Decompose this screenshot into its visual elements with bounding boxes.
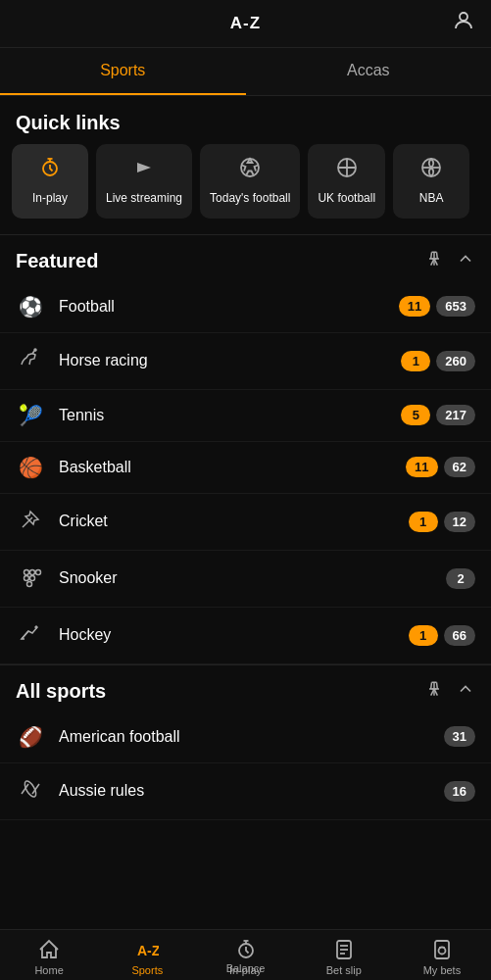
american-football-total-badge: 31 <box>444 726 475 747</box>
quick-link-todays-football-label: Today's football <box>210 191 290 207</box>
bet-slip-icon <box>332 938 356 961</box>
all-sports-pin-icon[interactable] <box>424 679 444 704</box>
hockey-icon <box>16 621 45 650</box>
football-icon: ⚽ <box>16 295 45 318</box>
all-sports-chevron-up-icon[interactable] <box>456 679 475 704</box>
az-icon: A-Z <box>135 938 159 961</box>
hockey-badges: 1 66 <box>409 625 475 646</box>
sport-item-american-football[interactable]: 🏈 American football 31 <box>0 711 491 763</box>
svg-point-7 <box>34 349 36 351</box>
football-live-badge: 11 <box>399 296 430 317</box>
nav-my-bets-label: My bets <box>423 964 462 976</box>
sport-item-hockey[interactable]: Hockey 1 66 <box>0 608 491 664</box>
sport-cricket-name: Cricket <box>59 513 409 530</box>
cricket-total-badge: 12 <box>444 512 475 532</box>
hockey-total-badge: 66 <box>444 625 475 646</box>
snooker-badges: 2 <box>446 568 475 589</box>
sport-hockey-name: Hockey <box>59 626 409 644</box>
sport-basketball-name: Basketball <box>59 459 406 476</box>
featured-actions <box>424 249 475 273</box>
tabs-bar: Sports Accas <box>0 48 491 96</box>
svg-point-9 <box>30 569 35 574</box>
sport-aussie-rules-name: Aussie rules <box>59 782 444 800</box>
tennis-live-badge: 5 <box>401 405 430 425</box>
tab-accas[interactable]: Accas <box>246 48 492 95</box>
sport-snooker-name: Snooker <box>59 569 446 587</box>
svg-point-2 <box>241 159 259 176</box>
nav-bet-slip-label: Bet slip <box>326 964 362 976</box>
cricket-badges: 1 12 <box>409 512 475 532</box>
todays-football-icon <box>238 156 262 185</box>
stopwatch-icon <box>38 156 62 185</box>
basketball-icon: 🏀 <box>16 456 45 479</box>
pin-icon[interactable] <box>424 249 444 273</box>
quick-link-todays-football[interactable]: Today's football <box>200 144 300 219</box>
svg-point-8 <box>25 569 29 574</box>
svg-point-10 <box>36 569 41 574</box>
nav-home[interactable]: Home <box>0 930 98 980</box>
sport-tennis-name: Tennis <box>59 407 401 424</box>
horse-racing-live-badge: 1 <box>401 351 430 371</box>
american-football-icon: 🏈 <box>16 725 45 749</box>
home-icon <box>37 938 61 961</box>
user-icon[interactable] <box>452 9 475 38</box>
sport-item-football[interactable]: ⚽ Football 11 653 <box>0 281 491 333</box>
basketball-badges: 11 62 <box>406 457 475 477</box>
quick-link-live-streaming[interactable]: Live streaming <box>96 144 192 219</box>
snooker-total-badge: 2 <box>446 568 475 589</box>
basketball-live-badge: 11 <box>406 457 437 477</box>
nav-sports[interactable]: A-Z Sports <box>98 930 196 980</box>
tab-sports[interactable]: Sports <box>0 48 246 95</box>
nba-icon <box>419 156 443 185</box>
horse-racing-badges: 1 260 <box>401 351 475 371</box>
quick-links-row: In-play Live streaming Tod <box>0 144 491 234</box>
nav-bet-slip[interactable]: Bet slip <box>295 930 393 980</box>
quick-link-nba[interactable]: NBA <box>393 144 469 219</box>
cricket-live-badge: 1 <box>409 512 438 532</box>
sport-item-horse-racing[interactable]: Horse racing 1 260 <box>0 333 491 390</box>
live-streaming-icon <box>132 156 156 185</box>
uk-football-icon <box>335 156 359 185</box>
tennis-total-badge: 217 <box>436 405 475 425</box>
my-bets-icon <box>430 938 454 961</box>
hockey-live-badge: 1 <box>409 625 438 646</box>
snooker-icon <box>16 564 45 593</box>
basketball-total-badge: 62 <box>444 457 475 477</box>
football-total-badge: 653 <box>436 296 475 317</box>
in-play-stopwatch-icon <box>234 938 258 961</box>
header: A-Z <box>0 0 491 48</box>
quick-link-uk-football-label: UK football <box>318 191 375 207</box>
horse-racing-total-badge: 260 <box>436 351 475 371</box>
header-title: A-Z <box>230 14 261 33</box>
aussie-rules-total-badge: 16 <box>444 781 475 802</box>
svg-point-0 <box>460 13 467 21</box>
quick-link-nba-label: NBA <box>419 191 444 207</box>
all-sports-section-header: All sports <box>0 665 491 711</box>
svg-rect-25 <box>435 941 449 958</box>
all-sports-actions <box>424 679 475 704</box>
svg-point-12 <box>30 575 35 580</box>
main-content: Quick links In-play Live streaming <box>0 96 491 889</box>
sport-item-cricket[interactable]: Cricket 1 12 <box>0 494 491 551</box>
sport-item-tennis[interactable]: 🎾 Tennis 5 217 <box>0 390 491 442</box>
quick-link-in-play[interactable]: In-play <box>12 144 88 219</box>
horse-racing-icon <box>16 347 45 375</box>
nav-in-play[interactable]: In-play <box>196 930 294 980</box>
sport-item-aussie-rules[interactable]: Aussie rules 16 <box>0 763 491 820</box>
bottom-nav: Home A-Z Sports In-play Bet slip <box>0 929 491 980</box>
featured-section-header: Featured <box>0 235 491 281</box>
chevron-up-icon[interactable] <box>456 249 475 273</box>
cricket-icon <box>16 508 45 536</box>
quick-link-uk-football[interactable]: UK football <box>308 144 385 219</box>
quick-links-title: Quick links <box>0 96 491 144</box>
svg-text:A-Z: A-Z <box>137 943 159 958</box>
quick-link-in-play-label: In-play <box>32 191 68 207</box>
tennis-badges: 5 217 <box>401 405 475 425</box>
sport-football-name: Football <box>59 298 399 316</box>
sport-american-football-name: American football <box>59 728 444 746</box>
svg-point-26 <box>438 948 445 955</box>
sport-item-basketball[interactable]: 🏀 Basketball 11 62 <box>0 442 491 494</box>
sport-horse-racing-name: Horse racing <box>59 352 401 369</box>
nav-my-bets[interactable]: My bets <box>393 930 491 980</box>
sport-item-snooker[interactable]: Snooker 2 <box>0 551 491 608</box>
